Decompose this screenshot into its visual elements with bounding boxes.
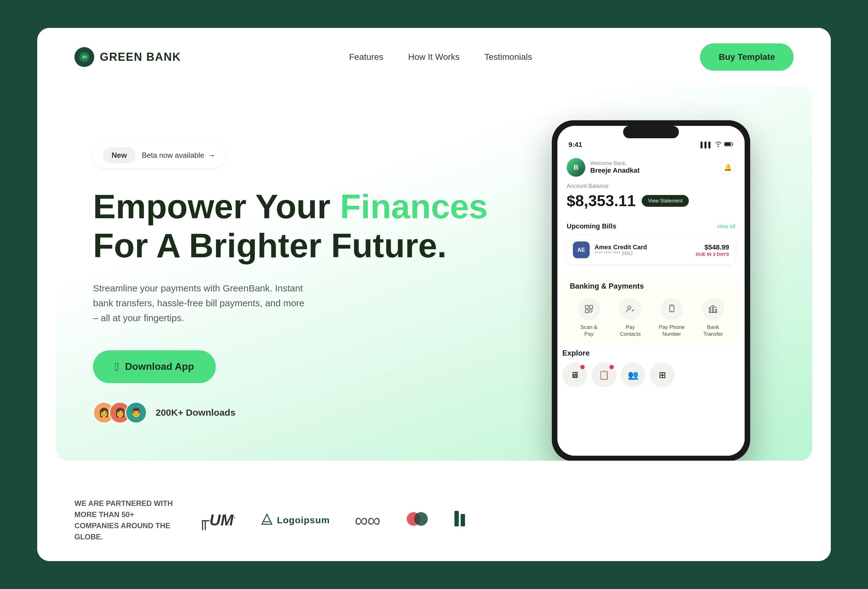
phone-username: Breeje Anadkat [590,167,639,174]
mastercard-icon [405,511,430,530]
banking-bank-transfer[interactable]: BankTransfer [694,298,732,338]
badge-beta-text: Beta now available [142,151,204,159]
svg-point-15 [671,311,672,311]
svg-rect-7 [590,306,593,309]
downloads-text: 200K+ Downloads [156,407,236,418]
user-text: Welcome Back, Breeje Anadkat [590,160,639,174]
partner-um: ╓UM· [198,511,235,529]
explore-item-1[interactable]: 🖥 [562,362,587,387]
wifi-icon [715,141,722,149]
hero-title-highlight: Finances [340,187,488,225]
partners-section: WE ARE PARTNERED WITH MORE THAN 50+ COMP… [37,479,831,561]
explore-dot-2 [610,365,614,369]
bill-number: **** **** **** 9982 [595,251,647,256]
main-content: New Beta now available → Empower Your Fi… [56,86,812,461]
explore-item-4[interactable]: ⊞ [650,362,675,387]
um-icon: ╓UM· [198,511,235,529]
logo-icon [74,47,94,67]
notification-bell[interactable]: 🔔 [720,159,735,175]
banking-pay-contacts[interactable]: PayContacts [611,298,650,338]
badge-new-label: New [103,147,136,163]
phone-notch [623,126,679,138]
view-statement-button[interactable]: View Statement [642,195,689,207]
signal-icon: ▌▌▌ [701,142,712,148]
phone-avatar: B [567,158,585,177]
download-app-button[interactable]:  Download App [93,350,216,383]
hero-subtitle: Streamline your payments with GreenBank.… [93,281,310,326]
status-time: 9:41 [568,141,582,149]
phone-frame: 9:41 ▌▌▌ [552,120,750,461]
partner-mastercard [405,511,430,530]
bill-name: Amex Credit Card [595,244,647,251]
nav-link-features[interactable]: Features [349,52,384,62]
svg-point-13 [628,306,631,309]
logo-text: GREEN BANK [100,50,181,63]
avatar-group: 👩 👩 👨 [93,402,147,424]
nav-link-testimonials[interactable]: Testimonials [484,52,532,62]
page-container: GREEN BANK Features How It Works Testimo… [37,28,831,561]
partner-loops: ∞∞ [355,510,380,531]
explore-icon-1: 🖥 [570,370,579,380]
hero-title-line2: For A Brighter Future. [93,226,447,264]
social-proof: 👩 👩 👨 200K+ Downloads [93,402,527,424]
phone-header: B Welcome Back, Breeje Anadkat 🔔 [557,152,745,183]
svg-rect-6 [585,306,588,309]
loops-icon: ∞∞ [355,510,380,531]
logoipsum-icon [260,513,274,528]
bill-icon: AE [573,242,590,258]
balance-label: Account Balance [567,183,735,189]
badge-container: New Beta now available → [93,142,225,168]
bill-due: DUE IN 3 DAYS [696,251,729,257]
hero-title: Empower Your Finances For A Brighter Fut… [93,187,527,265]
phone-screen: 9:41 ▌▌▌ [557,126,745,456]
status-icons: ▌▌▌ [701,141,734,149]
explore-title: Explore [562,349,740,357]
pay-contacts-icon [619,298,641,320]
view-all-link[interactable]: view all [717,223,735,230]
svg-rect-17 [709,309,710,312]
banking-scan-pay[interactable]: Scan &Pay [570,298,608,338]
pay-phone-label: Pay PhoneNumber [659,324,685,338]
balance-row: $8,353.11 View Statement [567,192,735,210]
navbar: GREEN BANK Features How It Works Testimo… [37,28,831,86]
banking-grid: Scan &Pay PayContacts [570,298,732,338]
banking-section: Banking & Payments Scan &Pay [562,275,740,345]
explore-icon-4: ⊞ [659,370,666,380]
avatar-3: 👨 [125,402,147,424]
pay-contacts-label: PayContacts [620,324,641,338]
explore-section: Explore 🖥 📋 [557,349,745,392]
left-content: New Beta now available → Empower Your Fi… [93,111,527,436]
balance-section: Account Balance $8,353.11 View Statement [557,183,745,216]
bill-card: AE Amex Credit Card **** **** **** 9982 … [567,235,735,264]
explore-grid: 🖥 📋 👥 [562,362,740,387]
svg-rect-18 [712,307,714,312]
partners-text: WE ARE PARTNERED WITH MORE THAN 50+ COMP… [74,498,174,542]
svg-rect-19 [716,309,717,312]
svg-rect-5 [732,143,734,145]
explore-item-3[interactable]: 👥 [621,362,645,387]
svg-rect-8 [585,310,588,313]
nav-link-how-it-works[interactable]: How It Works [408,52,459,62]
logoipsum-text: Logoipsum [277,515,330,526]
bill-left: AE Amex Credit Card **** **** **** 9982 [573,242,647,258]
bars-icon [455,511,476,530]
pay-phone-icon [661,298,683,320]
banking-title: Banking & Payments [570,282,732,291]
bank-transfer-icon [702,298,724,320]
bank-transfer-label: BankTransfer [703,324,723,338]
phone-welcome: Welcome Back, [590,160,639,167]
badge-arrow-icon: → [208,151,216,159]
battery-icon [724,142,734,148]
explore-item-2[interactable]: 📋 [592,362,616,387]
banking-pay-phone[interactable]: Pay PhoneNumber [652,298,691,338]
bill-info: Amex Credit Card **** **** **** 9982 [595,244,647,256]
explore-dot-1 [580,365,585,369]
svg-rect-26 [461,514,465,526]
phone-content: B Welcome Back, Breeje Anadkat 🔔 Account… [557,152,745,456]
scan-pay-icon [578,298,600,320]
bills-title: Upcoming Bills [567,222,616,230]
svg-marker-21 [262,514,272,524]
buy-template-button[interactable]: Buy Template [700,43,794,71]
logo-area: GREEN BANK [74,47,181,67]
amex-icon: AE [577,247,585,253]
